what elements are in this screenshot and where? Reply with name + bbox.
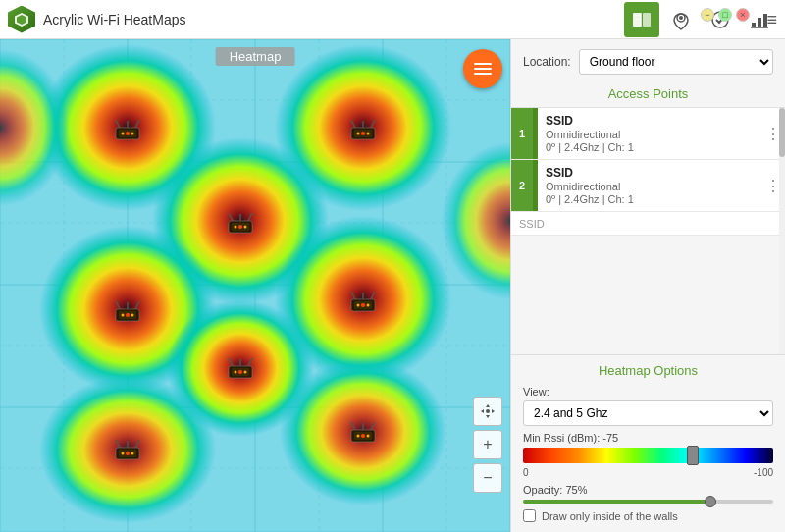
svg-point-70 xyxy=(244,226,247,229)
minimize-button[interactable]: − xyxy=(701,8,714,22)
gradient-slider-thumb[interactable] xyxy=(687,446,699,465)
svg-point-52 xyxy=(126,132,130,135)
svg-point-115 xyxy=(486,409,490,413)
svg-point-100 xyxy=(126,452,130,455)
opacity-slider-track[interactable] xyxy=(523,500,773,504)
svg-marker-114 xyxy=(492,409,495,413)
settings-circle-button[interactable] xyxy=(463,49,502,88)
menu-button[interactable]: ≡ xyxy=(766,10,777,30)
close-button[interactable]: × xyxy=(736,8,750,22)
svg-point-84 xyxy=(361,303,365,307)
main-content: Heatmap xyxy=(0,39,785,532)
ap-info: SSID Omnidirectional 0º | 2.4Ghz | Ch: 1 xyxy=(538,108,761,159)
svg-point-77 xyxy=(122,314,125,317)
access-points-title: Access Points xyxy=(511,82,785,108)
heatmap-label: Heatmap xyxy=(216,47,295,66)
location-bar: Location: Ground floor Floor 1 Floor 2 xyxy=(511,39,785,82)
zoom-in-button[interactable]: + xyxy=(473,430,502,459)
pan-button[interactable] xyxy=(473,397,502,426)
location-label: Location: xyxy=(523,55,571,69)
maximize-button[interactable]: □ xyxy=(718,8,732,22)
svg-point-110 xyxy=(367,435,370,438)
ap-list: 1 SSID Omnidirectional 0º | 2.4Ghz | Ch:… xyxy=(511,108,785,354)
draw-walls-label[interactable]: Draw only inside of the walls xyxy=(542,510,678,522)
svg-point-69 xyxy=(235,226,237,229)
right-panel: Location: Ground floor Floor 1 Floor 2 A… xyxy=(510,39,785,532)
heatmap-visualization xyxy=(0,39,510,532)
svg-point-101 xyxy=(122,452,125,455)
app-title: Acrylic Wi-Fi HeatMaps xyxy=(43,12,624,27)
ap-freq: 0º | 2.4Ghz | Ch: 1 xyxy=(546,193,754,205)
gradient-max-label: -100 xyxy=(754,467,773,478)
opacity-row: Opacity: 75% xyxy=(523,484,773,496)
zoom-out-button[interactable]: − xyxy=(473,463,502,493)
map-controls: + − xyxy=(473,397,502,493)
svg-rect-3 xyxy=(643,13,651,27)
svg-point-68 xyxy=(238,225,242,229)
settings-lines-icon xyxy=(474,63,492,75)
svg-point-61 xyxy=(357,133,360,135)
svg-point-94 xyxy=(244,371,247,374)
svg-point-109 xyxy=(357,435,360,438)
draw-walls-checkbox[interactable] xyxy=(523,509,536,522)
color-gradient-bar xyxy=(523,448,773,463)
app-logo xyxy=(8,6,35,33)
gradient-min-label: 0 xyxy=(523,467,529,478)
ap-scrollbar[interactable] xyxy=(779,108,785,354)
opacity-slider-container xyxy=(523,500,773,504)
heatmap-area: Heatmap xyxy=(0,39,510,532)
ap-scrollbar-thumb[interactable] xyxy=(779,108,785,157)
svg-marker-113 xyxy=(481,409,484,413)
ap-type: Omnidirectional xyxy=(546,129,754,140)
ap-number: 2 xyxy=(511,160,533,211)
ap-item[interactable]: 1 SSID Omnidirectional 0º | 2.4Ghz | Ch:… xyxy=(511,108,785,160)
svg-point-60 xyxy=(361,132,365,135)
svg-point-6 xyxy=(679,16,683,20)
heatmap-options-section: Heatmap Options View: 2.4 and 5 Ghz 2.4 … xyxy=(511,354,785,532)
view-option-row: View: 2.4 and 5 Ghz 2.4 Ghz only 5 Ghz o… xyxy=(523,386,773,426)
location-select[interactable]: Ground floor Floor 1 Floor 2 xyxy=(579,49,773,75)
svg-point-85 xyxy=(357,304,360,307)
ap-item[interactable]: 2 SSID Omnidirectional 0º | 2.4Ghz | Ch:… xyxy=(511,160,785,212)
svg-point-86 xyxy=(367,304,370,307)
svg-rect-9 xyxy=(758,18,761,27)
ap-info: SSID Omnidirectional 0º | 2.4Ghz | Ch: 1 xyxy=(538,160,761,211)
svg-point-93 xyxy=(235,371,237,374)
ap-freq: 0º | 2.4Ghz | Ch: 1 xyxy=(546,141,754,153)
draw-walls-row: Draw only inside of the walls xyxy=(523,509,773,522)
ap-number: 1 xyxy=(511,108,533,159)
access-points-section: Access Points 1 SSID Omnidirectional 0º … xyxy=(511,82,785,354)
window-controls: − □ × xyxy=(701,8,750,22)
min-rssi-label: Min Rssi (dBm): -75 xyxy=(523,432,618,444)
svg-point-76 xyxy=(126,313,130,317)
svg-point-54 xyxy=(131,133,134,135)
opacity-label: Opacity: 75% xyxy=(523,484,587,496)
svg-marker-112 xyxy=(486,415,490,418)
view-label: View: xyxy=(523,386,773,398)
map-tool-icon[interactable] xyxy=(624,2,659,37)
ap-type: Omnidirectional xyxy=(546,181,754,192)
ap-ssid: SSID xyxy=(546,114,754,128)
opacity-slider-thumb[interactable] xyxy=(705,496,716,507)
location-tool-icon[interactable] xyxy=(663,2,699,37)
svg-point-108 xyxy=(361,434,365,438)
svg-point-102 xyxy=(131,452,134,455)
ap-ssid: SSID xyxy=(546,166,754,180)
svg-point-92 xyxy=(238,370,242,374)
ap-partial-item: SSID xyxy=(511,212,785,236)
heatmap-options-title: Heatmap Options xyxy=(523,363,773,378)
titlebar: Acrylic Wi-Fi HeatMaps xyxy=(0,0,785,39)
svg-marker-111 xyxy=(486,404,490,407)
svg-point-78 xyxy=(131,314,134,317)
svg-point-53 xyxy=(122,133,125,135)
view-select[interactable]: 2.4 and 5 Ghz 2.4 Ghz only 5 Ghz only xyxy=(523,400,773,426)
gradient-labels: 0 -100 xyxy=(523,467,773,478)
rssi-row: Min Rssi (dBm): -75 xyxy=(523,432,773,444)
svg-point-62 xyxy=(367,133,370,135)
